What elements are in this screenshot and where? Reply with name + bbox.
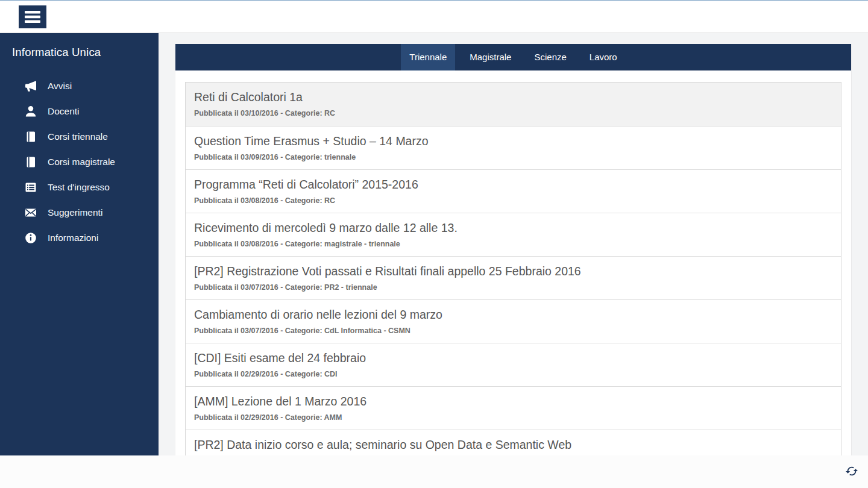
announcement-title: Cambiamento di orario nelle lezioni del …	[194, 307, 832, 323]
announcement-meta: Pubblicata il 03/08/2016 - Categorie: RC	[194, 196, 832, 205]
announcement-row[interactable]: [PR2] Registrazione Voti passati e Risul…	[186, 256, 841, 299]
announcement-title: Programma “Reti di Calcolatori” 2015-201…	[194, 177, 832, 193]
refresh-button[interactable]	[844, 463, 860, 479]
tab-bar: TriennaleMagistraleScienzeLavoro	[175, 44, 851, 70]
announcement-row[interactable]: Ricevimento di mercoledì 9 marzo dalle 1…	[186, 213, 841, 256]
sidebar-item-informazioni[interactable]: Informazioni	[0, 225, 159, 251]
announcement-meta: Pubblicata il 03/09/2016 - Categorie: tr…	[194, 153, 832, 162]
sidebar-item-label: Avvisi	[48, 81, 72, 92]
content-card: TriennaleMagistraleScienzeLavoro Reti di…	[175, 44, 852, 455]
announcement-title: [CDI] Esiti esame del 24 febbraio	[194, 350, 832, 366]
hamburger-icon	[25, 11, 40, 23]
info-icon	[24, 231, 37, 245]
sidebar-item-label: Suggerimenti	[48, 207, 102, 218]
app-root: Informatica Unica Avvisi Docenti Corsi t…	[0, 0, 868, 488]
tab-magistrale[interactable]: Magistrale	[461, 44, 520, 70]
sidebar-item-test-d-ingresso[interactable]: Test d'ingresso	[0, 175, 159, 200]
announcement-meta: Pubblicata il 03/07/2016 - Categorie: PR…	[194, 283, 832, 292]
tab-scienze[interactable]: Scienze	[526, 44, 574, 70]
announcement-meta: Pubblicata il 03/07/2016 - Categorie: Cd…	[194, 327, 832, 336]
sidebar-item-label: Docenti	[48, 106, 80, 117]
envelope-icon	[24, 206, 37, 219]
sidebar-item-docenti[interactable]: Docenti	[0, 99, 159, 124]
user-icon	[24, 105, 37, 118]
announcement-title: Ricevimento di mercoledì 9 marzo dalle 1…	[194, 220, 832, 236]
book-icon	[24, 130, 37, 143]
sidebar-item-label: Test d'ingresso	[48, 182, 110, 193]
sidebar-item-corsi-magistrale[interactable]: Corsi magistrale	[0, 149, 159, 175]
announcement-title: Reti di Calcolatori 1a	[194, 89, 832, 105]
announcement-row[interactable]: [AMM] Lezione del 1 Marzo 2016 Pubblicat…	[186, 386, 841, 430]
announcement-title: Question Time Erasmus + Studio – 14 Marz…	[194, 133, 832, 149]
sidebar: Informatica Unica Avvisi Docenti Corsi t…	[0, 33, 159, 455]
announcement-row[interactable]: [CDI] Esiti esame del 24 febbraio Pubbli…	[186, 343, 841, 386]
megaphone-icon	[24, 80, 37, 93]
list-icon	[24, 181, 37, 194]
sidebar-item-avvisi[interactable]: Avvisi	[0, 74, 159, 99]
sidebar-item-corsi-triennale[interactable]: Corsi triennale	[0, 124, 159, 149]
announcement-meta: Pubblicata il 03/08/2016 - Categorie: ma…	[194, 240, 832, 249]
announcement-meta: Pubblicata il 02/29/2016 - Categorie: CD…	[194, 370, 832, 379]
announcement-list: Reti di Calcolatori 1a Pubblicata il 03/…	[185, 82, 841, 455]
announcement-title: [PR2] Registrazione Voti passati e Risul…	[194, 263, 832, 280]
announcement-row[interactable]: Programma “Reti di Calcolatori” 2015-201…	[186, 169, 841, 213]
sidebar-menu: Avvisi Docenti Corsi triennale Corsi mag…	[0, 74, 159, 251]
announcement-row[interactable]: Question Time Erasmus + Studio – 14 Marz…	[186, 126, 841, 169]
tab-lavoro[interactable]: Lavoro	[581, 44, 626, 70]
refresh-icon	[845, 465, 858, 478]
book-icon	[24, 155, 37, 169]
announcement-title: [AMM] Lezione del 1 Marzo 2016	[194, 393, 832, 410]
app-title: Informatica Unica	[0, 33, 159, 59]
announcement-row[interactable]: Cambiamento di orario nelle lezioni del …	[186, 299, 841, 343]
tab-triennale[interactable]: Triennale	[401, 44, 455, 70]
header-bar	[0, 1, 868, 33]
hamburger-menu-button[interactable]	[19, 5, 46, 28]
sidebar-item-suggerimenti[interactable]: Suggerimenti	[0, 200, 159, 225]
announcement-meta: Pubblicata il 03/10/2016 - Categorie: RC	[194, 109, 832, 118]
bottom-bar	[0, 455, 868, 488]
announcement-meta: Pubblicata il 02/29/2016 - Categorie: AM…	[194, 413, 832, 422]
sidebar-item-label: Corsi magistrale	[48, 157, 115, 167]
announcement-row[interactable]: Reti di Calcolatori 1a Pubblicata il 03/…	[186, 83, 841, 126]
announcement-title: [PR2] Data inizio corso e aula; seminari…	[194, 437, 832, 453]
announcement-row[interactable]: [PR2] Data inizio corso e aula; seminari…	[186, 430, 841, 455]
sidebar-item-label: Informazioni	[48, 233, 98, 243]
sidebar-item-label: Corsi triennale	[48, 131, 108, 142]
